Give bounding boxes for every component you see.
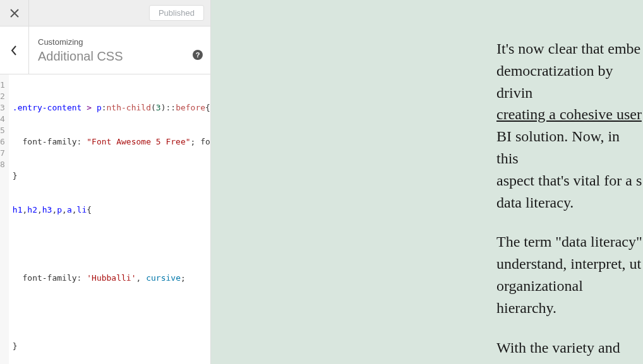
section-header: Customizing Additional CSS ? bbox=[0, 26, 210, 74]
line-number: 2 bbox=[0, 91, 5, 102]
help-cell: ? bbox=[185, 41, 210, 60]
line-number: 3 bbox=[0, 102, 5, 114]
line-number: 8 bbox=[0, 159, 5, 170]
line-gutter: 1 2 3 4 5 6 7 8 bbox=[0, 74, 9, 364]
preview-content: It's now clear that embe democratization… bbox=[211, 38, 643, 364]
paragraph: It's now clear that embe democratization… bbox=[496, 38, 643, 213]
line-number: 6 bbox=[0, 136, 5, 148]
preview-link[interactable]: creating a cohesive user bbox=[496, 106, 642, 122]
customizer-panel: Published Customizing Additional CSS ? 1… bbox=[0, 0, 211, 364]
customizer-topbar: Published bbox=[0, 0, 210, 26]
close-icon bbox=[10, 9, 19, 18]
line-number: 7 bbox=[0, 148, 5, 159]
back-button[interactable] bbox=[0, 26, 29, 74]
chevron-left-icon bbox=[9, 45, 20, 56]
paragraph: With the variety and dive different job … bbox=[496, 337, 643, 364]
breadcrumb: Customizing bbox=[38, 37, 176, 47]
line-number: 5 bbox=[0, 125, 5, 136]
preview-pane[interactable]: It's now clear that embe democratization… bbox=[211, 0, 643, 364]
close-button[interactable] bbox=[0, 0, 29, 26]
line-number: 1 bbox=[0, 79, 5, 91]
help-icon[interactable]: ? bbox=[193, 50, 203, 60]
section-titles: Customizing Additional CSS bbox=[29, 30, 185, 71]
paragraph: The term "data literacy" understand, int… bbox=[496, 231, 643, 319]
line-number: 4 bbox=[0, 114, 5, 125]
publish-button[interactable]: Published bbox=[149, 5, 204, 21]
code-area[interactable]: .entry-content > p:nth-child(3)::before{… bbox=[9, 74, 210, 364]
section-title: Additional CSS bbox=[38, 49, 176, 64]
css-editor[interactable]: 1 2 3 4 5 6 7 8 .entry-content > p:nth-c… bbox=[0, 74, 210, 364]
